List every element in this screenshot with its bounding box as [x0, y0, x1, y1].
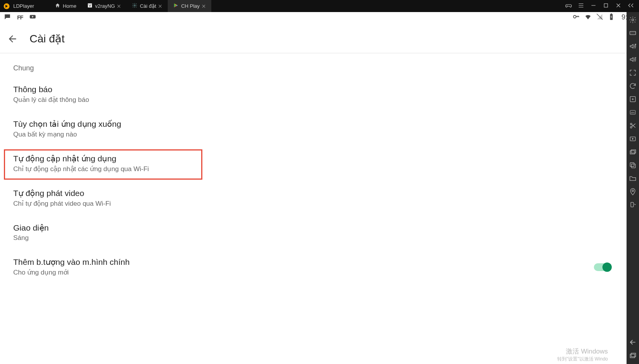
rotate-icon[interactable] [629, 201, 637, 209]
page-title: Cài đặt [30, 32, 65, 45]
window-controls [565, 2, 639, 10]
close-icon[interactable] [117, 4, 121, 8]
refresh-icon[interactable] [629, 82, 637, 90]
tab-ch-play[interactable]: CH Play [168, 0, 211, 12]
windows-watermark: 激活 Windows 转到"设置"以激活 Windo [557, 347, 608, 362]
app-name: LDPlayer [13, 3, 34, 9]
battery-charging-icon [607, 13, 615, 22]
add-window-icon[interactable] [629, 95, 637, 103]
close-icon[interactable] [158, 4, 162, 8]
svg-point-14 [630, 126, 632, 128]
tab-label: v2rayNG [95, 3, 115, 9]
apk-icon[interactable]: APK [629, 108, 637, 116]
setting-subtitle: Quản lý cài đặt thông báo [13, 96, 613, 104]
android-statusbar: FF 9:09 [0, 12, 639, 23]
toggle-switch[interactable] [594, 263, 611, 271]
folder-icon[interactable] [629, 175, 637, 182]
key-icon [572, 13, 580, 22]
play-store-icon [173, 3, 179, 9]
back-icon[interactable] [629, 338, 637, 346]
section-title: Chung [0, 53, 627, 77]
home-icon [55, 3, 60, 9]
setting-title: Tự động phát video [13, 189, 613, 198]
setting-title: Thêm b.tượng vào m.hình chính [13, 257, 613, 267]
titlebar: LDPlayer Homev2rayNGCài đặtCH Play [0, 0, 639, 12]
svg-point-13 [630, 123, 632, 125]
play-box-icon[interactable] [629, 135, 637, 143]
maximize-button[interactable] [602, 2, 609, 10]
emulator-sidebar: APK [627, 12, 639, 364]
menu-icon[interactable] [578, 2, 585, 10]
gamepad-icon[interactable] [565, 2, 572, 10]
svg-point-8 [632, 19, 634, 21]
svg-point-20 [632, 190, 634, 191]
gear-icon[interactable] [629, 16, 637, 24]
fullscreen-icon[interactable] [629, 69, 637, 77]
gear-icon [132, 3, 137, 9]
setting-title: Tự động cập nhật ứng dụng [13, 154, 613, 163]
setting-subtitle: Chỉ tự động cập nhật các ứng dụng qua Wi… [13, 165, 613, 173]
settings-list: Thông báoQuản lý cài đặt thông báoTùy ch… [0, 77, 627, 284]
wifi-icon [584, 13, 592, 22]
setting-subtitle: Chỉ tự động phát video qua Wi-Fi [13, 200, 613, 208]
tab-home[interactable]: Home [49, 0, 82, 12]
svg-rect-7 [611, 13, 612, 14]
svg-point-2 [134, 5, 136, 6]
chat-icon [4, 13, 11, 22]
volume-down-icon[interactable] [629, 56, 637, 63]
copy-icon[interactable] [629, 161, 637, 169]
setting-item[interactable]: Tùy chọn tải ứng dụng xuốngQua bất kỳ mạ… [0, 112, 627, 146]
tab-cài-đặt[interactable]: Cài đặt [126, 0, 168, 12]
close-icon[interactable] [202, 4, 206, 8]
svg-rect-19 [630, 163, 634, 166]
setting-item[interactable]: Thông báoQuản lý cài đặt thông báo [0, 77, 627, 112]
svg-rect-17 [631, 150, 636, 153]
multi-window-icon[interactable] [629, 148, 637, 156]
setting-item[interactable]: Tự động phát videoChỉ tự động phát video… [0, 181, 627, 215]
tab-label: Home [63, 3, 76, 9]
ff-icon: FF [17, 14, 23, 21]
scissors-icon[interactable] [629, 122, 637, 130]
setting-subtitle: Cho ứng dụng mới [13, 268, 613, 276]
app-v2ray-icon [87, 3, 93, 9]
svg-rect-9 [630, 32, 636, 35]
youtube-icon [29, 13, 36, 22]
svg-text:APK: APK [631, 112, 635, 114]
tab-v2rayng[interactable]: v2rayNG [82, 0, 126, 12]
collapse-icon[interactable] [627, 2, 634, 10]
svg-rect-18 [632, 164, 635, 168]
layers-icon[interactable] [629, 352, 637, 359]
svg-rect-22 [630, 354, 635, 358]
main-content: Cài đặt Chung Thông báoQuản lý cài đặt t… [0, 23, 627, 364]
svg-rect-16 [630, 151, 635, 154]
setting-item[interactable]: Giao diệnSáng [0, 215, 627, 250]
tab-strip: Homev2rayNGCài đặtCH Play [49, 0, 211, 12]
location-icon[interactable] [629, 188, 637, 196]
setting-subtitle: Sáng [13, 234, 613, 242]
keyboard-icon[interactable] [629, 29, 637, 37]
tab-label: CH Play [181, 3, 200, 9]
ldplayer-logo-icon [3, 3, 10, 10]
tab-label: Cài đặt [140, 3, 156, 9]
appbar: Cài đặt [0, 23, 627, 53]
svg-rect-21 [631, 202, 634, 207]
setting-item[interactable]: Thêm b.tượng vào m.hình chínhCho ứng dụn… [0, 250, 627, 284]
setting-title: Thông báo [13, 85, 613, 94]
svg-point-5 [573, 15, 576, 18]
back-arrow-icon[interactable] [7, 33, 18, 44]
setting-item[interactable]: Tự động cập nhật ứng dụngChỉ tự động cập… [0, 146, 627, 181]
setting-title: Giao diện [13, 223, 613, 233]
volume-up-icon[interactable] [629, 42, 637, 50]
setting-title: Tùy chọn tải ứng dụng xuống [13, 119, 613, 129]
close-button[interactable] [615, 2, 622, 10]
setting-subtitle: Qua bất kỳ mạng nào [13, 130, 613, 138]
svg-rect-23 [631, 353, 636, 357]
no-sim-icon [596, 13, 604, 22]
svg-rect-3 [604, 4, 608, 7]
minimize-button[interactable] [590, 2, 597, 10]
